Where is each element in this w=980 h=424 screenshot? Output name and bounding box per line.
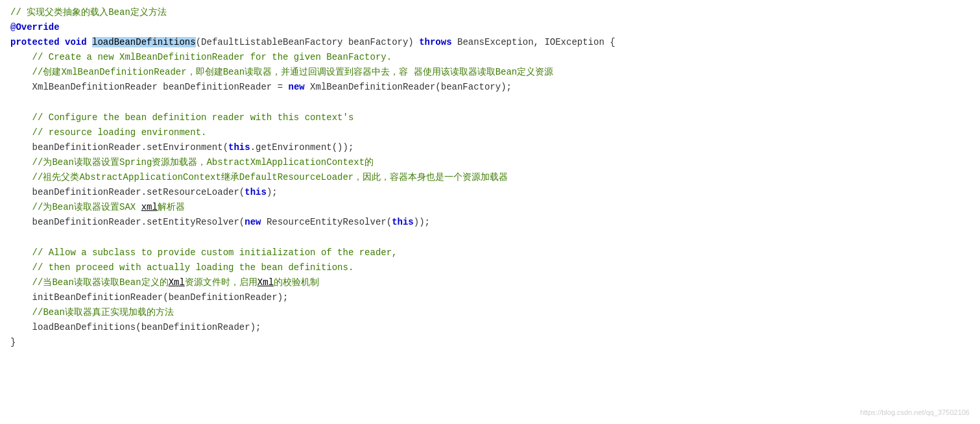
comment-9: // resource loading environment.	[10, 127, 206, 138]
keyword-void: void	[65, 37, 87, 47]
comment-11: //为Bean读取器设置Spring资源加载器，AbstractXmlAppli…	[10, 157, 374, 168]
code-line-3: protected void loadBeanDefinitions(Defau…	[0, 35, 980, 50]
watermark: https://blog.csdn.net/qq_37502106	[860, 407, 970, 419]
keyword-this-3: this	[392, 217, 414, 227]
keyword-this-2: this	[245, 187, 267, 197]
code-line-19: //当Bean读取器读取Bean定义的Xml资源文件时，启用Xml的校验机制	[0, 275, 980, 290]
comment-19: //当Bean读取器读取Bean定义的Xml资源文件时，启用Xml的校验机制	[10, 277, 319, 288]
code-line-7	[0, 95, 980, 110]
code-line-20: initBeanDefinitionReader(beanDefinitionR…	[0, 290, 980, 305]
paren-open: (DefaultListableBeanFactory beanFactory)	[196, 37, 419, 47]
code-line-4: // Create a new XmlBeanDefinitionReader …	[0, 50, 980, 65]
code-line-17: // Allow a subclass to provide custom in…	[0, 245, 980, 260]
annotation-override: @Override	[10, 22, 60, 32]
keyword-protected: protected	[10, 37, 60, 47]
code-line-13: beanDefinitionReader.setResourceLoader(t…	[0, 185, 980, 200]
code-line-15: beanDefinitionReader.setEntityResolver(n…	[0, 215, 980, 230]
code-line-9: // resource loading environment.	[0, 125, 980, 140]
code-line-18: // then proceed with actually loading th…	[0, 260, 980, 275]
exceptions: BeansException, IOException {	[452, 37, 615, 47]
xml-underline: xml	[141, 202, 158, 212]
code-line-8: // Configure the bean definition reader …	[0, 110, 980, 125]
space	[60, 37, 65, 47]
code-line-11: //为Bean读取器设置Spring资源加载器，AbstractXmlAppli…	[0, 155, 980, 170]
method-highlight: loadBeanDefinitions	[92, 37, 196, 47]
comment-5: //创建XmlBeanDefinitionReader，即创建Bean读取器，并…	[10, 67, 553, 77]
xml-underline-3: Xml	[257, 277, 274, 288]
code-line-21: //Bean读取器真正实现加载的方法	[0, 305, 980, 320]
comment-21: //Bean读取器真正实现加载的方法	[10, 307, 174, 318]
code-line-22: loadBeanDefinitions(beanDefinitionReader…	[0, 320, 980, 335]
comment-4: // Create a new XmlBeanDefinitionReader …	[10, 52, 392, 62]
space	[87, 37, 92, 47]
comment-14: //为Bean读取器设置SAX xml解析器	[10, 202, 185, 212]
keyword-this-1: this	[228, 142, 250, 153]
comment-8: // Configure the bean definition reader …	[10, 112, 353, 123]
code-line-16	[0, 230, 980, 245]
code-line-10: beanDefinitionReader.setEnvironment(this…	[0, 140, 980, 155]
comment-1: // 实现父类抽象的载入Bean定义方法	[10, 7, 167, 18]
keyword-new-2: new	[245, 217, 261, 227]
code-line-6: XmlBeanDefinitionReader beanDefinitionRe…	[0, 80, 980, 95]
comment-12: //祖先父类AbstractApplicationContext继承Defaul…	[10, 172, 508, 182]
code-line-23: }	[0, 335, 980, 350]
comment-17: // Allow a subclass to provide custom in…	[10, 247, 398, 258]
code-line-2: @Override	[0, 20, 980, 35]
xml-underline-2: Xml	[169, 277, 185, 288]
code-line-1: // 实现父类抽象的载入Bean定义方法	[0, 5, 980, 20]
code-line-12: //祖先父类AbstractApplicationContext继承Defaul…	[0, 170, 980, 185]
code-line-14: //为Bean读取器设置SAX xml解析器	[0, 200, 980, 215]
code-container: // 实现父类抽象的载入Bean定义方法 @Override protected…	[0, 0, 980, 424]
code-line-5: //创建XmlBeanDefinitionReader，即创建Bean读取器，并…	[0, 65, 980, 80]
keyword-throws: throws	[419, 37, 451, 47]
keyword-new-1: new	[288, 82, 304, 92]
comment-18: // then proceed with actually loading th…	[10, 262, 353, 273]
